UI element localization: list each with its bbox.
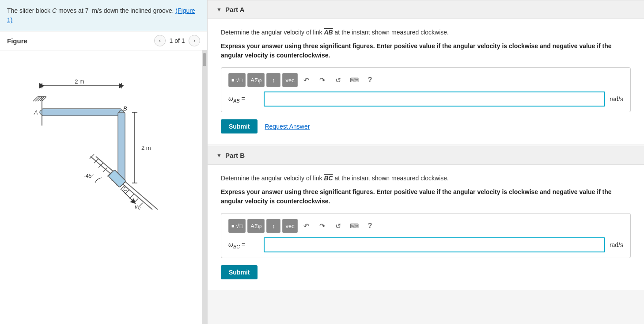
part-b-description: Determine the angular velocity of link B… (221, 174, 631, 183)
part-a-submit-btn[interactable]: Submit (221, 119, 258, 133)
part-a-title: Part A (225, 6, 245, 13)
part-b-submit-btn[interactable]: Submit (221, 265, 258, 279)
undo-btn-a[interactable]: ↶ (299, 73, 314, 87)
sigma-btn-a[interactable]: ΑΣφ (247, 73, 265, 87)
part-b-body: Determine the angular velocity of link B… (208, 165, 644, 290)
next-figure-btn[interactable]: › (189, 35, 200, 46)
sigma-btn-b[interactable]: ΑΣφ (247, 219, 265, 233)
svg-text:B: B (123, 105, 127, 112)
figure-diagram: 2 m A B 2 m (24, 55, 183, 218)
part-a-answer-row: ωAB = rad/s (228, 91, 623, 107)
keyboard-btn-b[interactable]: ⌨ (347, 219, 361, 233)
part-a-instructions: Express your answer using three signific… (221, 42, 631, 60)
svg-text:A: A (34, 109, 38, 116)
part-b-answer-row: ωBC = rad/s (228, 237, 623, 252)
part-a-label: ωAB = (228, 95, 259, 103)
prev-figure-btn[interactable]: ‹ (154, 35, 166, 46)
part-b-toolbar: ■ √□ ΑΣφ ↕ vec ↶ ↷ ↺ ⌨ ? (228, 219, 623, 233)
part-b-actions: Submit (221, 265, 631, 279)
part-b-collapse-icon: ▼ (216, 152, 222, 159)
svg-rect-20 (118, 112, 125, 183)
svg-line-3 (35, 97, 40, 101)
part-a-unit: rad/s (610, 95, 623, 103)
svg-text:v: v (135, 203, 138, 210)
right-panel: ▼ Part A Determine the angular velocity … (208, 0, 644, 324)
part-b-input-box: ■ √□ ΑΣφ ↕ vec ↶ ↷ ↺ ⌨ ? ωBC = rad/s (221, 213, 631, 258)
figure-nav: ‹ 1 of 1 › (154, 35, 200, 46)
part-b-instructions: Express your answer using three signific… (221, 187, 631, 206)
vec-btn-a[interactable]: vec (282, 73, 297, 87)
part-b-input[interactable] (264, 237, 605, 252)
part-a-description: Determine the angular velocity of link A… (221, 28, 631, 37)
arrows-btn-a[interactable]: ↕ (266, 73, 280, 87)
sqrt-btn-b[interactable]: ■ √□ (228, 219, 246, 233)
part-a-request-btn[interactable]: Request Answer (265, 123, 310, 130)
keyboard-btn-a[interactable]: ⌨ (347, 73, 361, 87)
part-a-header[interactable]: ▼ Part A (208, 0, 644, 19)
figure-container: 2 m A B 2 m (0, 50, 207, 324)
svg-line-6 (42, 97, 46, 101)
svg-line-36 (96, 156, 158, 210)
part-a-input[interactable] (264, 91, 605, 107)
figure-link[interactable]: (Figure 1) (7, 7, 195, 23)
part-b-unit: rad/s (610, 241, 623, 248)
part-a-toolbar: ■ √□ ΑΣφ ↕ vec ↶ ↷ ↺ ⌨ ? (228, 73, 623, 87)
svg-text:-45°: -45° (84, 173, 94, 179)
figure-label: Figure (7, 37, 154, 45)
reset-btn-a[interactable]: ↺ (331, 73, 345, 87)
page-indicator: 1 of 1 (168, 37, 186, 44)
help-btn-b[interactable]: ? (363, 219, 377, 233)
svg-text:2 m: 2 m (141, 145, 151, 151)
part-a-body: Determine the angular velocity of link A… (208, 19, 644, 144)
part-a-input-box: ■ √□ ΑΣφ ↕ vec ↶ ↷ ↺ ⌨ ? ωAB = rad/s (221, 67, 631, 112)
redo-btn-b[interactable]: ↷ (315, 219, 330, 233)
svg-text:c: c (138, 206, 140, 210)
help-btn-a[interactable]: ? (363, 73, 377, 87)
svg-line-34 (134, 198, 138, 203)
svg-rect-13 (42, 109, 121, 116)
reset-btn-b[interactable]: ↺ (331, 219, 345, 233)
figure-scroll[interactable]: 2 m A B 2 m (0, 50, 207, 324)
part-a-collapse-icon: ▼ (216, 7, 222, 13)
svg-line-2 (33, 97, 38, 101)
sqrt-btn-a[interactable]: ■ √□ (228, 73, 246, 87)
svg-text:2 m: 2 m (75, 78, 84, 85)
problem-description: The slider block C moves at 7 m/s down t… (0, 0, 207, 31)
svg-line-4 (38, 97, 42, 101)
vec-btn-b[interactable]: vec (282, 219, 297, 233)
figure-header: Figure ‹ 1 of 1 › (0, 31, 207, 50)
scrollbar[interactable] (202, 50, 207, 324)
part-b-section: ▼ Part B Determine the angular velocity … (208, 146, 644, 290)
part-b-label: ωBC = (228, 241, 259, 249)
arrows-btn-b[interactable]: ↕ (266, 219, 280, 233)
redo-btn-a[interactable]: ↷ (315, 73, 330, 87)
part-a-actions: Submit Request Answer (221, 119, 631, 133)
part-a-section: ▼ Part A Determine the angular velocity … (208, 0, 644, 144)
part-b-header[interactable]: ▼ Part B (208, 146, 644, 165)
part-b-title: Part B (225, 152, 245, 159)
left-panel: The slider block C moves at 7 m/s down t… (0, 0, 208, 324)
undo-btn-b[interactable]: ↶ (299, 219, 314, 233)
